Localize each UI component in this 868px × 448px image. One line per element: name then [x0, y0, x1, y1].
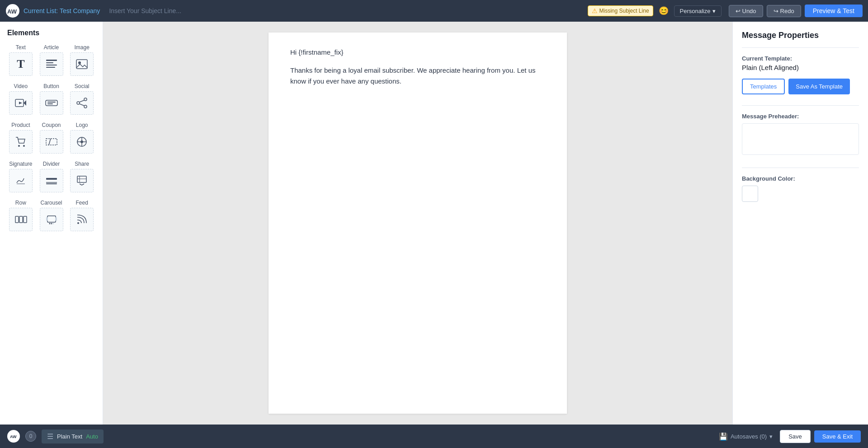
element-article[interactable]: Article — [38, 44, 65, 76]
subject-input[interactable] — [107, 5, 584, 16]
element-social[interactable]: Social — [68, 83, 95, 115]
svg-rect-2 — [46, 60, 57, 61]
element-signature[interactable]: Signature — [7, 161, 34, 192]
element-logo[interactable]: Logo — [68, 122, 95, 154]
bottom-logo-icon: AW — [7, 430, 20, 443]
svg-rect-38 — [55, 217, 57, 221]
main-layout: Elements Text T Article Image — [0, 22, 868, 425]
svg-point-39 — [49, 223, 50, 224]
redo-icon: ↪ — [774, 8, 778, 14]
svg-rect-29 — [46, 183, 57, 184]
svg-point-16 — [84, 105, 87, 108]
current-template-name: Plain (Left Aligned) — [742, 64, 859, 71]
elements-header: Elements — [0, 22, 103, 41]
divider-icon — [40, 169, 63, 192]
background-color-swatch[interactable] — [742, 186, 758, 202]
plain-text-label: Plain Text — [57, 433, 82, 440]
subject-area: ⚠ Missing Subject Line 😊 Personalize ▾ — [107, 5, 721, 17]
svg-point-19 — [18, 145, 20, 147]
element-row-4: Signature Divider Share — [7, 161, 95, 192]
message-preheader-label: Message Preheader: — [742, 113, 859, 120]
save-as-template-button[interactable]: Save As Template — [788, 79, 850, 94]
svg-text:AW: AW — [7, 8, 17, 15]
element-row-5: Row Carousel Feed — [7, 200, 95, 231]
canvas-area[interactable]: Hi {!firstname_fix} Thanks for being a l… — [103, 22, 732, 425]
element-row-1: Text T Article Image — [7, 44, 95, 76]
element-feed[interactable]: Feed — [68, 200, 95, 231]
image-icon — [70, 52, 94, 76]
svg-rect-6 — [76, 60, 87, 69]
svg-line-21 — [49, 139, 51, 145]
coupon-icon — [40, 130, 63, 154]
bottom-left: AW 0 ☰ Plain Text Auto — [7, 429, 104, 443]
emoji-button[interactable]: 😊 — [657, 5, 670, 17]
email-body: Thanks for being a loyal email subscribe… — [290, 65, 545, 87]
templates-button[interactable]: Templates — [742, 79, 785, 94]
nav-right: ↩ Undo ↪ Redo Preview & Test — [729, 5, 863, 17]
feed-icon — [70, 208, 94, 231]
chevron-down-icon: ▾ — [712, 8, 716, 14]
save-button[interactable]: Save — [780, 430, 811, 443]
notification-badge: 0 — [25, 431, 36, 442]
element-divider[interactable]: Divider — [38, 161, 65, 192]
autosaves-label: Autosaves (0) — [731, 433, 767, 440]
logo-icon — [70, 130, 94, 154]
current-list-label: Current List: Test Company — [24, 7, 100, 14]
email-greeting: Hi {!firstname_fix} — [290, 47, 545, 58]
left-sidebar: Elements Text T Article Image — [0, 22, 103, 425]
redo-button[interactable]: ↪ Redo — [767, 5, 801, 17]
message-preheader-input[interactable] — [742, 123, 859, 155]
save-exit-button[interactable]: Save & Exit — [814, 430, 861, 443]
preview-test-button[interactable]: Preview & Test — [805, 5, 863, 17]
email-canvas: Hi {!firstname_fix} Thanks for being a l… — [269, 33, 567, 414]
svg-marker-10 — [19, 102, 22, 104]
element-image[interactable]: Image — [68, 44, 95, 76]
missing-subject-label: Missing Subject Line — [599, 8, 649, 14]
plain-text-icon: ☰ — [47, 432, 53, 441]
aweber-logo-icon: AW — [5, 4, 20, 18]
carousel-icon — [40, 208, 63, 231]
svg-rect-5 — [46, 67, 55, 68]
element-coupon[interactable]: Coupon — [38, 122, 65, 154]
svg-rect-37 — [46, 217, 48, 221]
element-text[interactable]: Text T — [7, 44, 34, 76]
signature-icon — [9, 169, 33, 192]
svg-rect-12 — [47, 102, 56, 103]
divider-2 — [742, 105, 859, 106]
personalize-button[interactable]: Personalize ▾ — [674, 5, 722, 17]
svg-rect-27 — [46, 178, 57, 180]
bottom-bar: AW 0 ☰ Plain Text Auto 💾 Autosaves (0) ▾… — [0, 425, 868, 448]
element-row-2: Video Button Social — [7, 83, 95, 115]
svg-point-42 — [77, 222, 79, 224]
element-product[interactable]: Product — [7, 122, 34, 154]
element-row-3: Product Coupon Logo — [7, 122, 95, 154]
svg-point-41 — [52, 223, 54, 224]
background-color-section: Background Color: — [742, 175, 859, 202]
svg-point-25 — [80, 140, 83, 143]
element-carousel[interactable]: Carousel — [38, 200, 65, 231]
element-button[interactable]: Button — [38, 83, 65, 115]
element-share[interactable]: Share — [68, 161, 95, 192]
svg-rect-13 — [47, 103, 53, 104]
template-buttons: Templates Save As Template — [742, 79, 859, 94]
svg-point-15 — [84, 98, 87, 101]
element-video[interactable]: Video — [7, 83, 34, 115]
svg-rect-4 — [46, 65, 57, 65]
svg-marker-9 — [24, 100, 26, 106]
svg-point-7 — [78, 61, 81, 64]
right-sidebar: Message Properties Current Template: Pla… — [732, 22, 868, 425]
undo-button[interactable]: ↩ Undo — [729, 5, 763, 17]
plain-text-area[interactable]: ☰ Plain Text Auto — [42, 429, 104, 443]
top-nav: AW Current List: Test Company ⚠ Missing … — [0, 0, 868, 22]
svg-rect-35 — [24, 216, 27, 223]
missing-subject-badge: ⚠ Missing Subject Line — [588, 5, 653, 16]
svg-rect-3 — [46, 62, 53, 63]
warning-icon: ⚠ — [592, 7, 598, 14]
autosaves-button[interactable]: 💾 Autosaves (0) ▾ — [715, 430, 776, 443]
bottom-right: 💾 Autosaves (0) ▾ Save Save & Exit — [715, 430, 861, 443]
element-row-item[interactable]: Row — [7, 200, 34, 231]
auto-label: Auto — [86, 433, 98, 440]
button-icon — [40, 91, 63, 115]
social-icon — [70, 91, 94, 115]
svg-rect-30 — [77, 176, 86, 182]
